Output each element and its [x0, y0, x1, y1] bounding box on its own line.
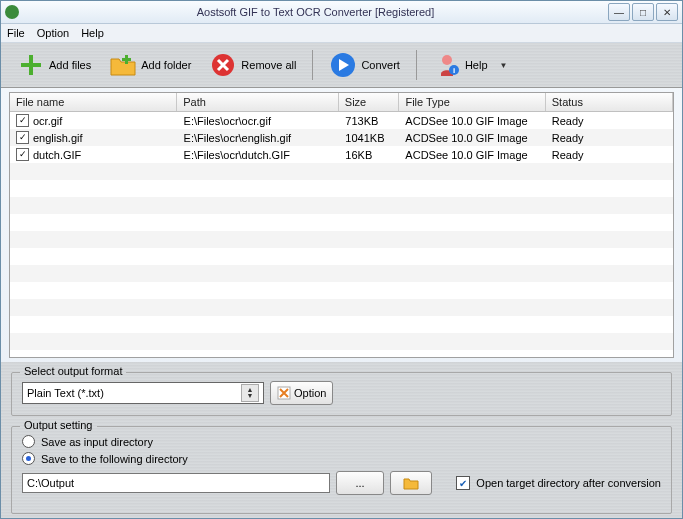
svg-rect-1 — [21, 63, 41, 67]
file-table: File name Path Size File Type Status ✓oc… — [9, 92, 674, 358]
table-body: ✓ocr.gifE:\Files\ocr\ocr.gif713KBACDSee … — [10, 112, 673, 357]
convert-label: Convert — [361, 59, 400, 71]
folder-icon — [403, 476, 419, 490]
menu-file[interactable]: File — [7, 27, 25, 39]
output-format-title: Select output format — [20, 365, 126, 377]
help-icon: i — [433, 51, 461, 79]
remove-all-icon — [209, 51, 237, 79]
toolbar: Add files Add folder Remove all Convert … — [1, 43, 682, 88]
cell-size: 1041KB — [345, 132, 384, 144]
app-window: Aostsoft GIF to Text OCR Converter [Regi… — [0, 0, 683, 519]
cell-type: ACDSee 10.0 GIF Image — [405, 149, 527, 161]
output-path-value: C:\Output — [27, 477, 74, 489]
option-button[interactable]: Option — [270, 381, 333, 405]
open-after-label: Open target directory after conversion — [476, 477, 661, 489]
cell-path: E:\Files\ocr\ocr.gif — [184, 115, 271, 127]
table-row[interactable]: ✓ocr.gifE:\Files\ocr\ocr.gif713KBACDSee … — [10, 112, 673, 129]
lower-panel: Select output format Plain Text (*.txt) … — [1, 362, 682, 518]
open-folder-button[interactable] — [390, 471, 432, 495]
svg-rect-3 — [122, 58, 131, 61]
help-dropdown-icon: ▼ — [500, 61, 508, 70]
table-header: File name Path Size File Type Status — [10, 93, 673, 112]
cell-size: 713KB — [345, 115, 378, 127]
svg-text:i: i — [453, 66, 455, 75]
browse-button[interactable]: ... — [336, 471, 384, 495]
toolbar-divider — [312, 50, 313, 80]
cell-type: ACDSee 10.0 GIF Image — [405, 115, 527, 127]
col-size[interactable]: Size — [339, 93, 400, 111]
format-combo-value: Plain Text (*.txt) — [27, 387, 104, 399]
cell-path: E:\Files\ocr\english.gif — [184, 132, 292, 144]
output-path-input[interactable]: C:\Output — [22, 473, 330, 493]
cell-name: ocr.gif — [33, 115, 62, 127]
radio-following-dir[interactable] — [22, 452, 35, 465]
col-path[interactable]: Path — [177, 93, 339, 111]
menu-help[interactable]: Help — [81, 27, 104, 39]
format-combo[interactable]: Plain Text (*.txt) ▲▼ — [22, 382, 264, 404]
menu-option[interactable]: Option — [37, 27, 69, 39]
svg-point-6 — [442, 55, 452, 65]
app-icon — [5, 5, 19, 19]
help-button[interactable]: i Help ▼ — [427, 49, 514, 81]
option-icon — [277, 386, 291, 400]
radio-input-dir-label: Save as input directory — [41, 436, 153, 448]
output-setting-title: Output setting — [20, 419, 97, 431]
system-buttons: — □ ✕ — [608, 3, 678, 21]
add-files-label: Add files — [49, 59, 91, 71]
option-label: Option — [294, 387, 326, 399]
cell-status: Ready — [552, 149, 584, 161]
convert-button[interactable]: Convert — [323, 49, 406, 81]
window-title: Aostsoft GIF to Text OCR Converter [Regi… — [23, 6, 608, 18]
menubar: File Option Help — [1, 24, 682, 43]
toolbar-divider — [416, 50, 417, 80]
table-row[interactable]: ✓english.gifE:\Files\ocr\english.gif1041… — [10, 129, 673, 146]
output-setting-group: Output setting Save as input directory S… — [11, 426, 672, 514]
row-checkbox[interactable]: ✓ — [16, 148, 29, 161]
close-button[interactable]: ✕ — [656, 3, 678, 21]
output-format-group: Select output format Plain Text (*.txt) … — [11, 372, 672, 416]
combo-arrows-icon: ▲▼ — [241, 384, 259, 402]
add-folder-button[interactable]: Add folder — [103, 49, 197, 81]
convert-icon — [329, 51, 357, 79]
row-checkbox[interactable]: ✓ — [16, 131, 29, 144]
radio-input-dir[interactable] — [22, 435, 35, 448]
remove-all-label: Remove all — [241, 59, 296, 71]
add-folder-icon — [109, 51, 137, 79]
open-after-checkbox[interactable]: ✔ — [456, 476, 470, 490]
row-checkbox[interactable]: ✓ — [16, 114, 29, 127]
table-row[interactable]: ✓dutch.GIFE:\Files\ocr\dutch.GIF16KBACDS… — [10, 146, 673, 163]
cell-name: english.gif — [33, 132, 83, 144]
radio-following-dir-label: Save to the following directory — [41, 453, 188, 465]
col-name[interactable]: File name — [10, 93, 177, 111]
remove-all-button[interactable]: Remove all — [203, 49, 302, 81]
cell-type: ACDSee 10.0 GIF Image — [405, 132, 527, 144]
cell-path: E:\Files\ocr\dutch.GIF — [184, 149, 290, 161]
maximize-button[interactable]: □ — [632, 3, 654, 21]
col-type[interactable]: File Type — [399, 93, 545, 111]
add-folder-label: Add folder — [141, 59, 191, 71]
col-status[interactable]: Status — [546, 93, 673, 111]
help-label: Help — [465, 59, 488, 71]
cell-name: dutch.GIF — [33, 149, 81, 161]
titlebar: Aostsoft GIF to Text OCR Converter [Regi… — [1, 1, 682, 24]
cell-status: Ready — [552, 132, 584, 144]
add-files-button[interactable]: Add files — [11, 49, 97, 81]
cell-status: Ready — [552, 115, 584, 127]
add-files-icon — [17, 51, 45, 79]
minimize-button[interactable]: — — [608, 3, 630, 21]
cell-size: 16KB — [345, 149, 372, 161]
